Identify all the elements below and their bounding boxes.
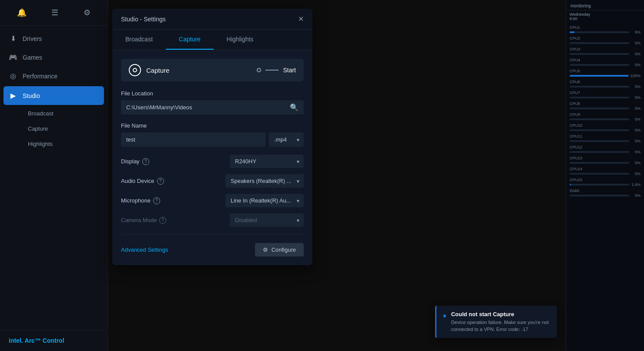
cpu-row: CPU3 0% bbox=[566, 46, 644, 57]
camera-mode-label: Camera Mode ? bbox=[121, 217, 166, 224]
toast-content: Could not start Capture Device operation… bbox=[451, 311, 551, 333]
configure-button[interactable]: ⚙ Configure bbox=[255, 243, 304, 256]
monitor-label: monitoring bbox=[570, 3, 591, 8]
file-location-row: File Location 🔍 bbox=[121, 90, 304, 115]
cpu-row: CPU12 0% bbox=[566, 144, 644, 155]
cpu-rows: CPU1 8% CPU2 0% CPU3 0% CPU4 bbox=[566, 23, 644, 200]
dialog-header: Studio - Settings ✕ bbox=[112, 9, 312, 30]
file-name-row: File Name .mp4 .mkv .avi ▼ bbox=[121, 122, 304, 147]
audio-device-help-icon[interactable]: ? bbox=[157, 178, 164, 185]
audio-device-select-wrapper: Speakers (Realtek(R) ... ▼ bbox=[225, 174, 304, 188]
sidebar-item-label-performance: Performance bbox=[23, 73, 57, 80]
dialog-divider bbox=[121, 234, 304, 234]
sidebar-item-studio[interactable]: ▶ Studio bbox=[3, 86, 104, 105]
cpu-row: CPU8 0% bbox=[566, 101, 644, 111]
cpu-row: CPU7 0% bbox=[566, 90, 644, 101]
games-icon: 🎮 bbox=[9, 53, 17, 61]
cpu-row: CPU2 0% bbox=[566, 35, 644, 46]
dialog-footer: Advanced Settings ⚙ Configure bbox=[121, 241, 304, 256]
sidebar-sub-capture[interactable]: Capture bbox=[23, 121, 107, 136]
tab-highlights[interactable]: Highlights bbox=[214, 30, 266, 50]
cpu-row: CPU6 0% bbox=[566, 79, 644, 90]
cpu-row: CPU15 1.6% bbox=[566, 177, 644, 188]
camera-mode-help-icon[interactable]: ? bbox=[159, 217, 166, 224]
microphone-select[interactable]: Line In (Realtek(R) Au... bbox=[225, 194, 304, 207]
display-row: Display ? R240HY ▼ bbox=[121, 155, 304, 168]
audio-device-row: Audio Device ? Speakers (Realtek(R) ... … bbox=[121, 174, 304, 188]
toast-title: Could not start Capture bbox=[451, 311, 551, 317]
microphone-row: Microphone ? Line In (Realtek(R) Au... ▼ bbox=[121, 194, 304, 207]
intel-logo: intel. Arc™ Control bbox=[9, 337, 99, 344]
camera-mode-row: Camera Mode ? Disabled Enabled ▼ bbox=[121, 213, 304, 227]
cpu-row: Disk0 0% bbox=[566, 188, 644, 199]
sidebar-sub-nav: Broadcast Capture Highlights bbox=[0, 106, 107, 152]
capture-title-text: Capture bbox=[146, 67, 169, 74]
configure-gear-icon: ⚙ bbox=[263, 246, 268, 253]
notification-icon[interactable]: 🔔 bbox=[15, 6, 28, 19]
sidebar-sub-broadcast[interactable]: Broadcast bbox=[23, 106, 107, 121]
cpu-monitor: monitoring Wednesday 9:00 CPU1 8% CPU2 0… bbox=[566, 0, 644, 351]
file-name-input[interactable] bbox=[121, 132, 265, 147]
capture-start-group: Start bbox=[257, 67, 296, 74]
cpu-row: CPU14 0% bbox=[566, 166, 644, 177]
cpu-row: CPU13 0% bbox=[566, 155, 644, 166]
sidebar-item-games[interactable]: 🎮 Games bbox=[0, 48, 107, 67]
file-format-wrapper: .mp4 .mkv .avi ▼ bbox=[269, 132, 304, 147]
settings-dialog: Studio - Settings ✕ Broadcast Capture Hi… bbox=[112, 9, 312, 265]
file-location-label: File Location bbox=[121, 90, 304, 97]
sidebar-item-label-drivers: Drivers bbox=[23, 35, 42, 42]
cpu-row: CPU11 0% bbox=[566, 133, 644, 144]
microphone-label: Microphone ? bbox=[121, 197, 160, 204]
sidebar: 🔔 ☰ ⚙ ⬇ Drivers 🎮 Games ◎ Performance ▶ … bbox=[0, 0, 108, 351]
performance-icon: ◎ bbox=[9, 72, 17, 80]
menu-icon[interactable]: ☰ bbox=[50, 6, 60, 19]
settings-icon[interactable]: ⚙ bbox=[82, 6, 92, 19]
sidebar-item-label-games: Games bbox=[23, 54, 42, 61]
tab-capture[interactable]: Capture bbox=[166, 30, 214, 50]
microphone-help-icon[interactable]: ? bbox=[153, 197, 160, 204]
sidebar-item-label-studio: Studio bbox=[23, 92, 40, 99]
sidebar-nav: ⬇ Drivers 🎮 Games ◎ Performance ▶ Studio… bbox=[0, 26, 107, 330]
capture-status-dot bbox=[257, 68, 261, 72]
drivers-icon: ⬇ bbox=[9, 34, 17, 43]
dialog-tabs: Broadcast Capture Highlights bbox=[112, 30, 312, 50]
cpu-row: CPU9 0% bbox=[566, 111, 644, 122]
desktop: 🔔 ☰ ⚙ ⬇ Drivers 🎮 Games ◎ Performance ▶ … bbox=[0, 0, 644, 351]
advanced-settings-link[interactable]: Advanced Settings bbox=[121, 246, 168, 253]
file-name-input-group: .mp4 .mkv .avi ▼ bbox=[121, 132, 304, 147]
cpu-row: CPU10 0% bbox=[566, 122, 644, 133]
sidebar-footer: intel. Arc™ Control bbox=[0, 330, 107, 351]
display-select[interactable]: R240HY bbox=[230, 155, 304, 168]
file-location-input[interactable] bbox=[121, 100, 285, 115]
cpu-monitor-header: monitoring bbox=[566, 0, 644, 10]
capture-header: Capture Start bbox=[121, 59, 304, 81]
dialog-close-button[interactable]: ✕ bbox=[298, 15, 304, 23]
studio-icon: ▶ bbox=[9, 91, 17, 100]
camera-mode-select[interactable]: Disabled Enabled bbox=[230, 213, 304, 227]
monitor-time: Wednesday 9:00 bbox=[566, 10, 644, 23]
cpu-row: CPU4 0% bbox=[566, 57, 644, 68]
dialog-title: Studio - Settings bbox=[121, 16, 166, 23]
capture-start-button[interactable]: Start bbox=[283, 67, 296, 74]
capture-record-dot bbox=[133, 68, 137, 72]
capture-title-group: Capture bbox=[129, 64, 169, 76]
notification-toast: ● Could not start Capture Device operati… bbox=[435, 306, 557, 338]
audio-device-select[interactable]: Speakers (Realtek(R) ... bbox=[225, 174, 304, 188]
dialog-body: Capture Start File Location 🔍 bbox=[112, 50, 312, 265]
sidebar-top-icons: 🔔 ☰ ⚙ bbox=[0, 0, 107, 26]
file-name-label: File Name bbox=[121, 122, 304, 129]
file-location-input-group: 🔍 bbox=[121, 100, 304, 115]
toast-message: Device operation failure. Make sure you'… bbox=[451, 319, 551, 333]
display-help-icon[interactable]: ? bbox=[142, 158, 149, 165]
audio-device-label: Audio Device ? bbox=[121, 178, 164, 185]
tab-broadcast[interactable]: Broadcast bbox=[112, 30, 166, 50]
cpu-row: CPU1 8% bbox=[566, 24, 644, 35]
microphone-select-wrapper: Line In (Realtek(R) Au... ▼ bbox=[225, 194, 304, 207]
file-location-browse-button[interactable]: 🔍 bbox=[285, 103, 304, 111]
main-content: Studio - Settings ✕ Broadcast Capture Hi… bbox=[108, 0, 566, 351]
file-format-select[interactable]: .mp4 .mkv .avi bbox=[269, 132, 304, 147]
display-label: Display ? bbox=[121, 158, 149, 165]
sidebar-item-performance[interactable]: ◎ Performance bbox=[0, 67, 107, 85]
sidebar-sub-highlights[interactable]: Highlights bbox=[23, 136, 107, 152]
sidebar-item-drivers[interactable]: ⬇ Drivers bbox=[0, 29, 107, 48]
